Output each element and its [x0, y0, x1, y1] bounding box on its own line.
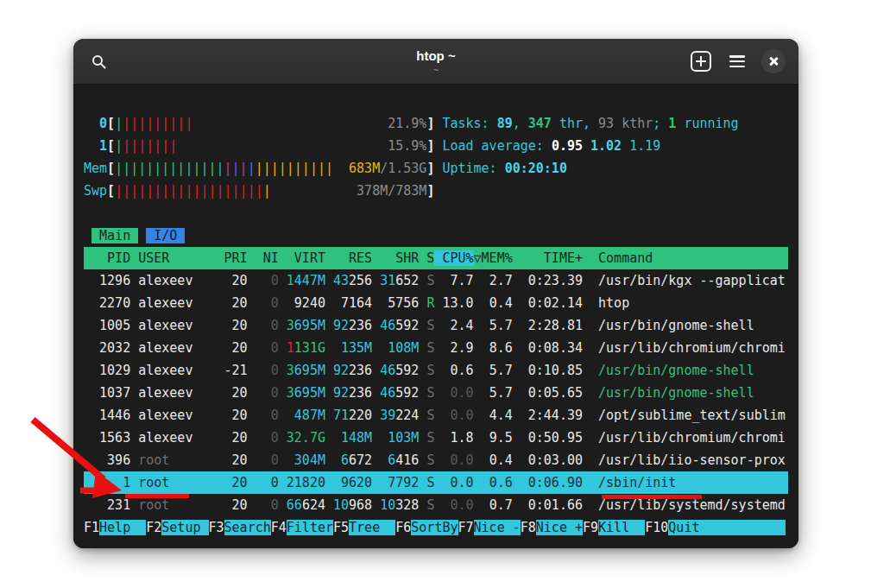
- process-row[interactable]: 1 root 20 0 21820 9620 7792 S 0.0 0.6 0:…: [84, 471, 788, 494]
- text-run: [521, 385, 528, 401]
- text-run: [380, 340, 388, 356]
- text-run: 0:10.85: [528, 363, 583, 378]
- text-run: [256, 363, 271, 378]
- text-run: /opt/sublime_text/sublim: [598, 408, 786, 423]
- text-run: [521, 295, 528, 311]
- text-run: [224, 340, 232, 356]
- text-run: [287, 452, 294, 468]
- text-run: /usr/lib/systemd/systemd: [598, 497, 786, 513]
- text-run: ,: [513, 116, 528, 131]
- text-run: 0: [271, 295, 279, 311]
- new-tab-button[interactable]: [686, 47, 716, 76]
- text-run: [325, 363, 333, 378]
- process-row[interactable]: 1446 alexeev 20 0 487M 71220 39224 S 0.0…: [84, 404, 788, 427]
- process-row[interactable]: 2270 alexeev 20 0 9240 7164 5756 R 13.0 …: [84, 292, 788, 314]
- text-run: [84, 385, 99, 401]
- menu-button[interactable]: [723, 47, 752, 76]
- f7-button[interactable]: Nice -: [474, 520, 521, 535]
- terminal-screen[interactable]: 0[|||||||||| 21.9%] Tasks: 89, 347 thr, …: [73, 85, 798, 548]
- process-row[interactable]: 1296 alexeev 20 0 1447M 43256 31652 S 7.…: [84, 269, 788, 292]
- text-run: [287, 295, 294, 311]
- annotation-underline-2: [602, 495, 702, 499]
- text-run: 0.0: [450, 385, 473, 401]
- text-run: 396: [107, 452, 130, 468]
- process-row[interactable]: 1563 alexeev 20 0 32.7G 148M 103M S 1.8 …: [84, 427, 788, 449]
- text-run: 3: [287, 385, 294, 401]
- f9-button[interactable]: Kill: [598, 520, 645, 535]
- f4-button[interactable]: Filter: [287, 520, 333, 535]
- text-run: Swp: [84, 183, 107, 199]
- text-run: 6: [388, 452, 395, 468]
- text-run: [513, 385, 521, 401]
- text-run: [130, 295, 138, 311]
- text-run: [325, 452, 333, 468]
- f5-button[interactable]: Tree: [349, 520, 395, 535]
- text-run: [169, 452, 216, 468]
- text-run: [271, 183, 357, 199]
- text-run: [217, 475, 224, 490]
- text-run: [130, 452, 138, 468]
- text-run: [372, 430, 380, 446]
- text-run: [372, 340, 380, 356]
- f1-button[interactable]: Help: [99, 520, 146, 535]
- fkey-label: F2: [146, 520, 161, 535]
- f3-button[interactable]: Search: [224, 520, 271, 535]
- text-run: 0.0: [450, 475, 473, 490]
- text-run: Load average:: [442, 138, 551, 154]
- text-run: |: [115, 138, 123, 154]
- f2-button[interactable]: Setup: [161, 520, 208, 535]
- text-run: /usr/bin/gnome-shell: [598, 363, 754, 378]
- text-run: 0:03.00: [528, 452, 583, 468]
- process-row[interactable]: 396 root 20 0 304M 6672 6416 S 0.0 0.4 0…: [84, 449, 788, 471]
- text-run: [248, 363, 256, 378]
- text-run: 20: [232, 408, 248, 423]
- text-run: [521, 340, 528, 356]
- text-run: 4.4: [489, 408, 513, 423]
- text-run: 1296: [99, 273, 130, 288]
- f8-button[interactable]: Nice +: [536, 520, 583, 535]
- text-run: 1563: [99, 430, 130, 446]
- text-run: [482, 408, 489, 423]
- text-run: [193, 116, 388, 131]
- text-run: [84, 340, 99, 356]
- text-run: 46: [380, 318, 395, 333]
- close-icon: [768, 56, 779, 66]
- text-run: 2:44.39: [528, 408, 583, 423]
- text-run: [130, 363, 138, 378]
- text-run: [224, 452, 232, 468]
- text-run: [325, 385, 333, 401]
- titlebar[interactable]: htop ~ ~: [73, 39, 798, 85]
- text-run: [474, 452, 482, 468]
- text-run: [224, 295, 232, 311]
- process-row[interactable]: 2032 alexeev 20 0 1131G 135M 108M S 2.9 …: [84, 337, 788, 359]
- text-run: [372, 475, 380, 490]
- tab-main[interactable]: Main: [92, 228, 138, 243]
- close-button[interactable]: [759, 47, 788, 76]
- text-run: [224, 497, 232, 513]
- process-row[interactable]: 1029 alexeev -21 0 3695M 92236 46592 S 0…: [84, 359, 788, 382]
- text-run: [583, 295, 598, 311]
- fkey-label: F7: [458, 520, 474, 535]
- text-run: [474, 340, 482, 356]
- f6-button[interactable]: SortBy: [411, 520, 458, 535]
- text-run: |||||||: [123, 138, 177, 154]
- f10-button[interactable]: Quit: [668, 520, 699, 535]
- search-button[interactable]: [84, 47, 113, 76]
- text-run: |||||||||||||||||||: [115, 183, 263, 199]
- text-run: 652: [395, 273, 419, 288]
- text-run: 2.9: [450, 340, 473, 356]
- text-run: alexeev: [138, 408, 193, 423]
- text-run: [583, 363, 598, 378]
- text-run: 135M: [341, 340, 372, 356]
- text-run: [474, 475, 482, 490]
- text-run: /1.53G: [380, 161, 426, 176]
- text-run: 20: [232, 385, 248, 401]
- text-run: [325, 475, 333, 490]
- tab-io[interactable]: I/O: [146, 228, 185, 243]
- text-run: 20: [232, 318, 248, 333]
- process-row[interactable]: 1005 alexeev 20 0 3695M 92236 46592 S 2.…: [84, 314, 788, 337]
- table-header-row[interactable]: PID USER PRI NI VIRT RES SHR S CPU%▽MEM%…: [84, 247, 788, 269]
- text-run: [169, 497, 216, 513]
- text-run: 46: [380, 385, 395, 401]
- process-row[interactable]: 1037 alexeev 20 0 3695M 92236 46592 S 0.…: [84, 382, 788, 404]
